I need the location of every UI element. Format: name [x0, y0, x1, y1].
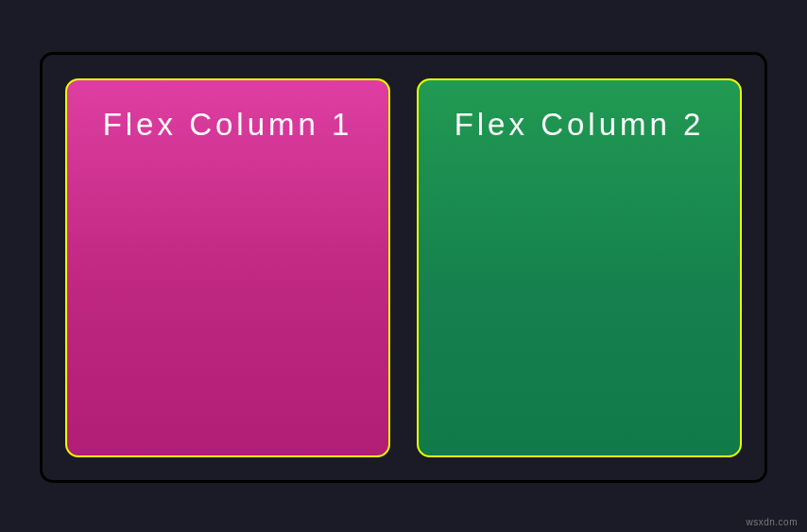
column-1-label: Flex Column 1	[67, 107, 388, 143]
flex-container: Flex Column 1 Flex Column 2	[40, 52, 767, 483]
flex-column-2: Flex Column 2	[417, 78, 742, 457]
column-2-label: Flex Column 2	[419, 107, 740, 143]
watermark-text: wsxdn.com	[746, 517, 798, 527]
flex-column-1: Flex Column 1	[65, 78, 390, 457]
